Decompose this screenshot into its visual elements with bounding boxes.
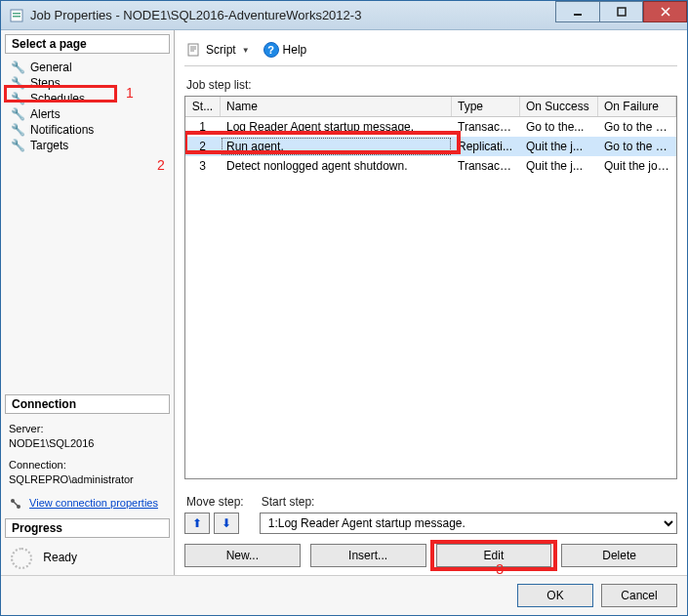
page-label: Alerts bbox=[30, 107, 61, 121]
script-dropdown-icon[interactable]: ▼ bbox=[242, 46, 250, 55]
window-buttons bbox=[555, 1, 687, 29]
progress-header: Progress bbox=[5, 518, 170, 538]
table-row[interactable]: 1 Log Reader Agent startup message. Tran… bbox=[185, 117, 676, 137]
page-item-schedules[interactable]: 🔧 Schedules bbox=[7, 91, 168, 106]
connection-properties-icon bbox=[9, 497, 22, 511]
table-row[interactable]: 3 Detect nonlogged agent shutdown. Trans… bbox=[185, 156, 676, 176]
help-button[interactable]: Help bbox=[283, 43, 307, 57]
cell-fail: Go to the n... bbox=[598, 117, 676, 137]
cell-type: Transact-... bbox=[452, 117, 520, 137]
maximize-button[interactable] bbox=[599, 1, 643, 22]
titlebar: Job Properties - NODE1\SQL2016-Adventure… bbox=[1, 1, 687, 30]
page-label: Schedules bbox=[30, 92, 85, 105]
start-step-block: Start step: 1:Log Reader Agent startup m… bbox=[260, 491, 677, 534]
cell-fail: Quit the job... bbox=[598, 156, 676, 176]
job-step-grid: St... Name Type On Success On Failure 1 … bbox=[184, 96, 677, 479]
cell-fail: Go to the n... bbox=[598, 137, 676, 156]
cell-succ: Quit the j... bbox=[520, 156, 598, 176]
page-list: 🔧 General 🔧 Steps 🔧 Schedules 🔧 Alerts 🔧 bbox=[1, 58, 174, 155]
window-title: Job Properties - NODE1\SQL2016-Adventure… bbox=[30, 8, 361, 22]
close-button[interactable] bbox=[643, 1, 687, 22]
wrench-icon: 🔧 bbox=[11, 76, 24, 90]
svg-rect-4 bbox=[618, 8, 626, 16]
svg-rect-10 bbox=[188, 44, 198, 56]
arrow-down-icon: ⬇ bbox=[222, 516, 231, 530]
cell-type: Replicati... bbox=[452, 137, 520, 156]
cell-succ: Go to the... bbox=[520, 117, 598, 137]
wrench-icon: 🔧 bbox=[11, 139, 24, 152]
page-item-alerts[interactable]: 🔧 Alerts bbox=[7, 106, 168, 122]
table-row[interactable]: 2 Run agent. Replicati... Quit the j... … bbox=[185, 137, 676, 156]
page-item-steps[interactable]: 🔧 Steps bbox=[7, 75, 168, 91]
body: Select a page 🔧 General 🔧 Steps 🔧 Schedu… bbox=[1, 30, 687, 575]
cell-name: Detect nonlogged agent shutdown. bbox=[221, 156, 452, 176]
left-pane: Select a page 🔧 General 🔧 Steps 🔧 Schedu… bbox=[1, 30, 175, 575]
progress-block: Ready bbox=[1, 542, 174, 575]
script-button[interactable]: Script bbox=[206, 43, 236, 57]
wrench-icon: 🔧 bbox=[11, 61, 24, 74]
select-page-header: Select a page bbox=[5, 34, 170, 54]
script-icon bbox=[186, 42, 202, 58]
cell-st: 3 bbox=[185, 156, 221, 176]
cell-succ: Quit the j... bbox=[520, 137, 598, 156]
page-item-notifications[interactable]: 🔧 Notifications bbox=[7, 122, 168, 138]
server-label: Server: bbox=[9, 423, 43, 434]
step-buttons-row: New... Insert... Edit Delete bbox=[184, 544, 677, 567]
server-value: NODE1\SQL2016 bbox=[9, 437, 94, 449]
cancel-button[interactable]: Cancel bbox=[601, 584, 677, 607]
insert-button[interactable]: Insert... bbox=[310, 544, 426, 567]
progress-spinner-icon bbox=[11, 548, 32, 569]
page-item-targets[interactable]: 🔧 Targets bbox=[7, 138, 168, 153]
col-header-onfailure[interactable]: On Failure bbox=[598, 97, 676, 116]
view-connection-properties-link[interactable]: View connection properties bbox=[29, 497, 158, 509]
col-header-name[interactable]: Name bbox=[221, 97, 452, 116]
connection-label: Connection: bbox=[9, 459, 66, 471]
grid-header: St... Name Type On Success On Failure bbox=[185, 97, 676, 117]
app-icon bbox=[9, 8, 24, 23]
move-up-button[interactable]: ⬆ bbox=[184, 513, 210, 534]
svg-rect-2 bbox=[13, 16, 20, 18]
col-header-type[interactable]: Type bbox=[452, 97, 520, 116]
job-step-list-label: Job step list: bbox=[186, 78, 675, 92]
right-pane: Script ▼ ? Help Job step list: St... Nam… bbox=[175, 30, 687, 575]
toolbar: Script ▼ ? Help bbox=[184, 38, 677, 66]
wrench-icon: 🔧 bbox=[11, 107, 24, 121]
cell-type: Transact-... bbox=[452, 156, 520, 176]
connection-header: Connection bbox=[5, 394, 170, 414]
arrow-up-icon: ⬆ bbox=[192, 516, 202, 530]
wrench-icon: 🔧 bbox=[11, 92, 24, 105]
page-item-general[interactable]: 🔧 General bbox=[7, 60, 168, 75]
wrench-icon: 🔧 bbox=[11, 123, 24, 137]
dialog-footer: OK Cancel bbox=[1, 575, 687, 615]
start-step-select[interactable]: 1:Log Reader Agent startup message. bbox=[260, 513, 677, 534]
progress-status: Ready bbox=[43, 551, 77, 564]
start-step-label: Start step: bbox=[262, 495, 675, 509]
move-down-button[interactable]: ⬇ bbox=[214, 513, 239, 534]
connection-value: SQLREPRO\administrator bbox=[9, 473, 134, 485]
move-step-block: Move step: ⬆ ⬇ bbox=[184, 491, 246, 534]
cell-name: Log Reader Agent startup message. bbox=[221, 117, 452, 137]
grid-body: 1 Log Reader Agent startup message. Tran… bbox=[185, 117, 676, 478]
svg-rect-3 bbox=[574, 14, 582, 16]
delete-button[interactable]: Delete bbox=[561, 544, 677, 567]
connection-block: Server: NODE1\SQL2016 Connection: SQLREP… bbox=[1, 418, 174, 514]
cell-name: Run agent. bbox=[221, 137, 452, 156]
help-icon: ? bbox=[263, 42, 279, 58]
svg-line-9 bbox=[14, 502, 18, 506]
window: Job Properties - NODE1\SQL2016-Adventure… bbox=[0, 0, 688, 616]
minimize-button[interactable] bbox=[555, 1, 599, 22]
page-label: General bbox=[30, 61, 72, 74]
cell-st: 2 bbox=[185, 137, 221, 156]
edit-button[interactable]: Edit bbox=[436, 544, 552, 567]
ok-button[interactable]: OK bbox=[517, 584, 593, 607]
move-step-label: Move step: bbox=[186, 495, 244, 509]
svg-rect-1 bbox=[13, 13, 20, 15]
new-button[interactable]: New... bbox=[184, 544, 301, 567]
page-label: Targets bbox=[30, 139, 68, 152]
page-label: Notifications bbox=[30, 123, 94, 137]
cell-st: 1 bbox=[185, 117, 221, 137]
move-start-row: Move step: ⬆ ⬇ Start step: 1:Log Reader … bbox=[184, 491, 677, 534]
col-header-st[interactable]: St... bbox=[185, 97, 221, 116]
page-label: Steps bbox=[30, 76, 61, 90]
col-header-onsuccess[interactable]: On Success bbox=[520, 97, 598, 116]
